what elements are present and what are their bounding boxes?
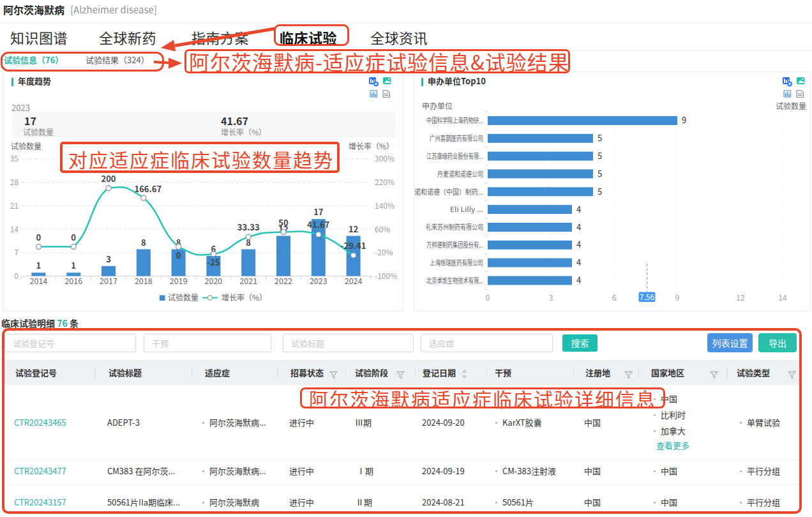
svg-text:12: 12: [736, 292, 745, 303]
sponsor-chart: 9中国科学院上海药物研...5广州喜鹊医药有限公司5江苏康缘药业股份有限...5…: [414, 72, 811, 312]
svg-text:2019: 2019: [170, 274, 188, 287]
svg-text:-100%: -100%: [375, 270, 397, 281]
svg-text:申办单位: 申办单位: [422, 100, 453, 111]
nav-全球新药[interactable]: 全球新药: [99, 27, 156, 47]
panel-icons: [369, 76, 398, 99]
svg-text:1: 1: [71, 259, 76, 271]
svg-text:200: 200: [101, 172, 116, 184]
svg-text:试验数量: 试验数量: [776, 100, 806, 111]
svg-text:0: 0: [486, 292, 490, 303]
ann-chart-text: 对应适应症临床试验数量趋势: [68, 146, 334, 172]
panel-annual-trend: 年度趋势202317试验数量41.67增长率（%）0714212835-100%…: [3, 71, 403, 311]
svg-text:12: 12: [349, 223, 358, 235]
nav-知识图谱[interactable]: 知识图谱: [10, 27, 68, 47]
svg-text:Eli Lilly ...: Eli Lilly ...: [450, 204, 483, 214]
filter-试验标题[interactable]: [283, 334, 414, 352]
svg-text:北京卓凯生物技术有限...: 北京卓凯生物技术有限...: [426, 275, 483, 285]
svg-text:-29.41: -29.41: [341, 239, 366, 251]
svg-text:0: 0: [71, 231, 76, 243]
svg-text:6: 6: [612, 292, 617, 303]
table-filters: 搜索列表设置导出: [0, 333, 812, 354]
svg-text:2014: 2014: [30, 274, 48, 287]
svg-text:5: 5: [598, 185, 602, 197]
svg-text:4: 4: [576, 274, 581, 286]
tab-trial-result[interactable]: 试验结果（324）: [86, 54, 149, 66]
svg-text:9: 9: [682, 114, 686, 126]
svg-text:试验数量: 试验数量: [11, 140, 41, 151]
svg-text:0: 0: [14, 270, 19, 281]
ann-table-text: 阿尔茨海默病适应症临床试验详细信息: [309, 387, 656, 409]
svg-text:220%: 220%: [375, 176, 395, 187]
btn-search[interactable]: 搜索: [562, 334, 598, 352]
svg-text:诺和诺德（中国）制药...: 诺和诺德（中国）制药...: [414, 186, 483, 197]
tab-trial-info[interactable]: 试验信息（76）: [4, 54, 63, 66]
svg-text:4: 4: [576, 256, 581, 268]
svg-text:0: 0: [36, 231, 41, 243]
svg-text:2021: 2021: [239, 274, 257, 287]
svg-text:4: 4: [576, 238, 581, 250]
link-CTR20243157[interactable]: CTR20243157: [14, 496, 66, 508]
svg-text:2023: 2023: [310, 274, 327, 287]
svg-text:试验数量: 试验数量: [168, 292, 199, 303]
svg-text:上海恒瑞医药有限公司: 上海恒瑞医药有限公司: [430, 257, 483, 267]
link-CTR20243477[interactable]: CTR20243477: [14, 465, 66, 477]
svg-text:2018: 2018: [135, 274, 153, 287]
trend-chart: 0714212835-100%-20%60%140%220%300%试验数量增长…: [3, 72, 404, 312]
svg-text:-20%: -20%: [375, 246, 393, 257]
table-title: 临床试验明细 76 条: [1, 317, 79, 329]
svg-text:增长率（%）: 增长率（%）: [349, 140, 394, 151]
svg-text:4: 4: [576, 203, 581, 215]
svg-text:21: 21: [10, 200, 19, 211]
svg-text:140%: 140%: [375, 200, 395, 211]
panel-sponsor-top10: 申办单位Top109中国科学院上海药物研...5广州喜鹊医药有限公司5江苏康缘药…: [414, 71, 811, 311]
svg-text:3: 3: [106, 253, 111, 265]
svg-text:41.67: 41.67: [307, 218, 329, 230]
svg-text:3: 3: [549, 292, 553, 303]
svg-text:7: 7: [14, 246, 19, 257]
btn-export[interactable]: 导出: [758, 333, 797, 352]
svg-text:7.56: 7.56: [640, 291, 655, 302]
ann-title-text: 阿尔茨海默病-适应症试验信息&试验结果: [189, 50, 569, 73]
svg-text:33.33: 33.33: [237, 221, 260, 233]
svg-text:9: 9: [675, 292, 680, 303]
svg-text:17: 17: [313, 206, 324, 218]
nav-全球资讯[interactable]: 全球资讯: [370, 27, 428, 47]
svg-text:2017: 2017: [100, 274, 117, 287]
filter-试验登记号[interactable]: [4, 334, 136, 352]
svg-text:28: 28: [10, 176, 19, 187]
svg-text:万邦德制药集团股份有...: 万邦德制药集团股份有...: [426, 239, 483, 250]
svg-text:2024: 2024: [345, 274, 363, 287]
svg-text:14: 14: [778, 292, 787, 303]
svg-text:14: 14: [10, 223, 19, 234]
clinical-trials-page: 阿尔茨海默病[Alzheimer disease]知识图谱全球新药指南方案临床试…: [0, 0, 812, 517]
filter-适应症[interactable]: [421, 334, 553, 352]
nav-指南方案[interactable]: 指南方案: [192, 27, 249, 47]
svg-text:江苏康缘药业股份有限...: 江苏康缘药业股份有限...: [426, 151, 483, 161]
link-CTR20243465[interactable]: CTR20243465: [14, 416, 66, 428]
panel-icons: [783, 76, 812, 99]
svg-text:50: 50: [278, 216, 289, 229]
svg-text:1: 1: [36, 259, 41, 271]
svg-text:丹麦诺和诺德公司: 丹麦诺和诺德公司: [437, 169, 483, 179]
svg-text:35: 35: [10, 153, 19, 163]
svg-text:礼来苏州制药有限公司: 礼来苏州制药有限公司: [426, 221, 483, 232]
trials-table: 试验登记号试验标题适应症招募状态试验阶段登记日期干预注册地国家地区试验类型: [0, 360, 812, 517]
svg-text:5: 5: [598, 131, 602, 144]
svg-text:2016: 2016: [64, 274, 82, 287]
svg-text:5: 5: [598, 167, 602, 179]
svg-text:0: 0: [176, 249, 181, 261]
btn-list-settings[interactable]: 列表设置: [707, 333, 753, 352]
svg-text:中国科学院上海药物研...: 中国科学院上海药物研...: [426, 115, 483, 125]
svg-text:166.67: 166.67: [135, 183, 162, 195]
svg-text:-25: -25: [207, 256, 220, 268]
filter-干预[interactable]: [144, 334, 271, 352]
link-more[interactable]: 查看更多: [656, 439, 689, 451]
svg-text:广州喜鹊医药有限公司: 广州喜鹊医药有限公司: [430, 133, 483, 143]
svg-text:2022: 2022: [274, 274, 292, 287]
page-header: 阿尔茨海默病[Alzheimer disease]: [0, 0, 812, 24]
svg-text:60%: 60%: [375, 223, 390, 234]
svg-text:4: 4: [576, 221, 581, 233]
svg-text:2020: 2020: [205, 274, 223, 287]
svg-text:8: 8: [141, 236, 146, 248]
nav-临床试验[interactable]: 临床试验: [280, 27, 337, 47]
